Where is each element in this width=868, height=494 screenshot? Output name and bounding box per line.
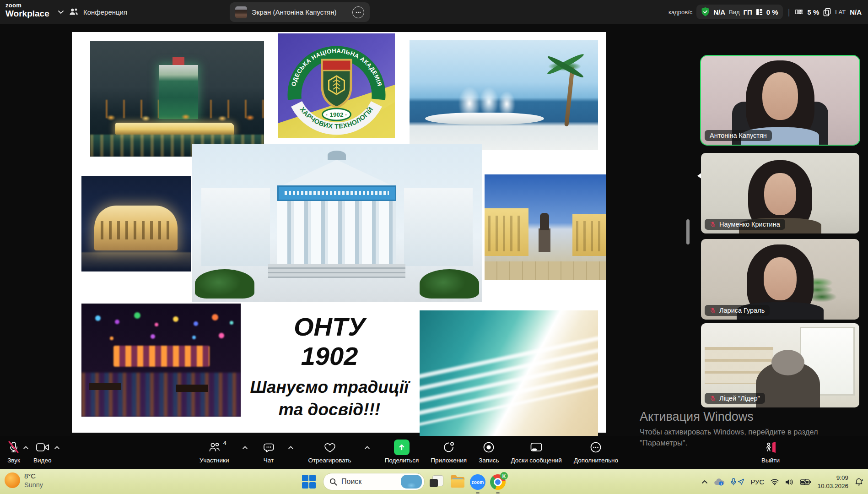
participant-video-1[interactable]: Антоніна Капустян — [701, 56, 859, 145]
video-options-chevron[interactable] — [54, 436, 60, 451]
reactions-button[interactable]: Отреагировать — [308, 436, 351, 464]
share-icon — [394, 440, 410, 455]
chevron-down-icon[interactable] — [58, 10, 64, 14]
participants-icon — [208, 441, 221, 453]
search-placeholder: Поиск — [341, 478, 361, 486]
lat-label: LAT — [835, 9, 846, 16]
photo-opera-house-night — [81, 176, 191, 271]
record-button[interactable]: Запись — [479, 436, 499, 464]
weather-widget[interactable]: 8°C Sunny — [5, 472, 43, 489]
titlebar: zoom Workplace Конференция Экран (Антоні… — [0, 0, 868, 24]
whiteboards-label: Доски сообщений — [511, 457, 561, 464]
logo-text-zoom: zoom — [5, 2, 49, 8]
video-button[interactable]: Видео — [33, 436, 51, 464]
chrome-button[interactable]: K — [490, 474, 506, 490]
view-button[interactable]: Вид — [729, 9, 740, 16]
system-tray: i РУС 9:09 10 — [701, 469, 863, 494]
participants-button[interactable]: 4 Участники — [199, 436, 229, 464]
more-label: Дополнительно — [574, 457, 618, 464]
watermark-title: Активация Windows — [640, 410, 818, 424]
tab-screen-label: Экран (Антоніна Капустян) — [252, 8, 337, 16]
location-icon[interactable] — [738, 478, 744, 485]
fps-value: N/A — [713, 8, 725, 16]
battery-icon[interactable] — [800, 479, 811, 485]
reactions-options-chevron[interactable] — [364, 436, 370, 451]
slide-title-line4: та досвід!!! — [243, 399, 416, 421]
stats-pill: N/A Вид ГП 0 % — [696, 5, 783, 19]
performance-stats: кадров/с N/A Вид ГП 0 % | 5 % LAT — [669, 0, 862, 24]
participants-options-chevron[interactable] — [242, 436, 248, 451]
zoom-meeting-window: zoom Workplace Конференция Экран (Антоні… — [0, 0, 868, 494]
chevron-up-icon — [242, 446, 248, 450]
zoom-workplace-logo: zoom Workplace — [5, 2, 49, 18]
participant-name-label: Ліцей "Лідер" — [705, 393, 765, 404]
logo-text-workplace: Workplace — [5, 9, 49, 18]
mic-muted-icon — [710, 221, 716, 228]
participant-video-4[interactable]: Ліцей "Лідер" — [701, 323, 859, 407]
zoom-app-icon: zoom — [470, 474, 485, 490]
wifi-icon[interactable] — [770, 478, 779, 485]
camera-icon — [36, 442, 49, 453]
language-indicator[interactable]: РУС — [750, 478, 764, 486]
photo-duke-monument — [485, 174, 606, 280]
more-button[interactable]: Дополнительно — [574, 436, 618, 464]
cpu-icon — [795, 8, 803, 16]
tray-mic-icon[interactable] — [731, 478, 736, 486]
mic-muted-icon — [710, 307, 716, 314]
notification-bell-icon[interactable]: z — [854, 478, 863, 487]
shield-icon — [701, 7, 710, 17]
participant-video-2[interactable]: Науменко Кристина — [701, 153, 859, 233]
running-indicator — [496, 492, 500, 494]
apps-button[interactable]: Приложения — [431, 436, 467, 464]
panel-scrollbar[interactable] — [686, 219, 690, 244]
clock[interactable]: 9:09 10.03.2026 — [817, 474, 848, 490]
search-icon — [329, 478, 337, 486]
leave-button[interactable]: Выйти — [761, 436, 780, 464]
stats-divider: | — [788, 7, 790, 17]
chevron-up-icon — [23, 446, 29, 450]
weather-condition: Sunny — [24, 481, 43, 489]
search-input[interactable]: Поиск — [323, 473, 425, 490]
zoom-app-button[interactable]: zoom — [469, 474, 486, 490]
share-screen-button[interactable]: Поделиться — [385, 436, 419, 464]
tab-conference[interactable]: Конференция — [69, 0, 127, 24]
slide-title: ОНТУ 1902 Шануємо традиції та досвід!!! — [243, 312, 416, 421]
chat-options-chevron[interactable] — [288, 436, 294, 451]
file-explorer-button[interactable] — [449, 474, 466, 490]
sun-icon — [5, 472, 20, 488]
tray-date: 10.03.2026 — [817, 482, 848, 490]
grid-icon — [756, 9, 763, 16]
task-view-button[interactable] — [428, 474, 445, 490]
chat-label: Чат — [264, 457, 274, 464]
gpu-value: 0 % — [766, 8, 778, 16]
chevron-up-icon — [288, 446, 294, 450]
search-highlight-thumbnail — [401, 475, 422, 489]
heart-icon — [323, 441, 336, 453]
tab-conference-label: Конференция — [83, 8, 127, 16]
audio-label: Звук — [7, 457, 20, 464]
chat-icon — [263, 441, 275, 453]
volume-icon[interactable] — [785, 478, 794, 486]
onedrive-cloud-icon[interactable]: i — [714, 478, 725, 486]
up-arrow-icon — [398, 443, 406, 451]
apps-label: Приложения — [431, 457, 467, 464]
chat-button[interactable]: Чат — [263, 436, 275, 464]
tray-time: 9:09 — [817, 474, 848, 482]
watermark-line2: Чтобы активировать Windows, перейдите в … — [640, 428, 818, 436]
audio-button[interactable]: Звук — [7, 436, 20, 464]
participant-video-3[interactable]: Лариса Гураль — [701, 239, 859, 320]
tray-expand-icon[interactable] — [701, 480, 708, 484]
people-icon — [69, 7, 79, 16]
audio-options-chevron[interactable] — [23, 436, 29, 451]
tab-screen-share[interactable]: Экран (Антоніна Капустян) — [230, 2, 370, 22]
tab-options-button[interactable] — [352, 6, 364, 18]
photo-beach-waves — [420, 310, 598, 449]
participant-name-label: Лариса Гураль — [705, 305, 770, 316]
avatar — [235, 6, 247, 18]
reactions-label: Отреагировать — [308, 457, 351, 464]
chevron-up-icon — [54, 446, 60, 450]
slide-title-line3: Шануємо традиції — [243, 376, 416, 399]
whiteboards-button[interactable]: Доски сообщений — [511, 436, 561, 464]
windows-start-button[interactable] — [302, 475, 316, 489]
apps-icon — [442, 441, 455, 453]
